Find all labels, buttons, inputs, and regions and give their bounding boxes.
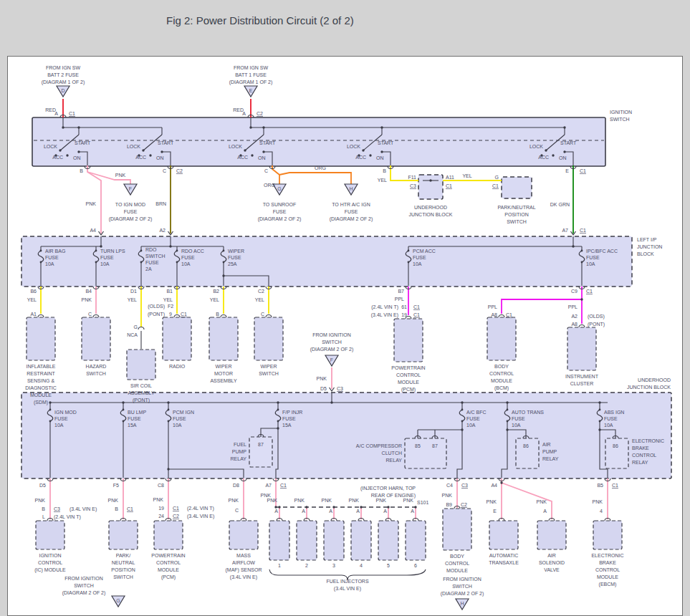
label: A [356,509,360,514]
label: FUSE [173,416,186,421]
label: PNK [267,498,278,503]
sir-coil-box [127,350,155,380]
junction-dot [149,154,151,156]
junction-dot [506,428,508,430]
bcm-box-upper [487,317,516,360]
label: SWITCH [507,219,527,224]
label: FUSE [466,416,480,421]
label: A [383,509,387,514]
label: 10A [512,423,521,428]
label: ASSEMBLY [128,390,155,395]
label: B [216,312,219,317]
label: B4 [85,289,92,294]
label: FROM IGNITION [312,332,351,337]
label: BATT 2 FUSE [47,72,79,77]
label: C1 [586,289,593,294]
junction-dot [49,401,51,403]
label: RDO [145,247,157,252]
fuel-injectors-label: FUEL INJECTORS [326,579,368,584]
label: C8 [158,483,164,488]
label: CONTROL [632,453,656,458]
wiper-motor-label: WIPER [216,364,232,369]
label: (2.4L VIN T) [54,514,81,520]
junction-dot [77,126,80,128]
label: ON [376,155,384,160]
label: PNK [229,498,239,503]
label: SWITCH [259,371,279,376]
label: YEL [210,297,219,302]
fuse-end [168,409,170,411]
label: A4 [90,228,96,233]
label: A [302,509,305,514]
label: FUSE [282,416,296,421]
junction-dot [122,401,124,403]
label: (PONT) [148,312,165,317]
label: F5 [113,483,119,488]
label: MODULE [597,574,618,579]
label: 15A [282,423,292,428]
label: 10A [181,261,191,266]
label: TO HTR A/C IGN [332,202,370,207]
junction-dot [563,150,565,153]
pns-lower-label: PARK/ [116,553,131,558]
underhood-junction-block [21,393,671,478]
label: (PONT) [588,322,605,327]
label: B [383,168,386,173]
label: 86 [523,443,529,448]
label: IGN MOD [54,410,77,415]
label: JUNCTION BLOCK [627,385,671,390]
fuse-end [49,420,52,423]
label: (2.4L VIN T) [371,304,398,310]
label: 10A [413,261,422,266]
label: BATT 1 FUSE [235,72,267,77]
label: 87 [432,443,438,448]
label: A [329,509,332,514]
label: PNK [82,297,92,302]
label: 10A [173,423,182,428]
label: C1 [612,483,618,488]
label: A [411,509,414,514]
label: 2A [145,266,152,271]
terminal-arc [138,327,144,330]
junction-dot [62,126,64,128]
label: START [560,140,577,145]
junction-dot [222,274,224,276]
label: BRAKE [632,446,649,451]
fuse-end [599,409,601,411]
label: E [493,509,497,514]
label: FUSE [586,255,600,260]
label: 87 [258,442,264,447]
fuse-end [123,409,125,411]
instrument-cluster-box [567,327,596,370]
junction-dot [66,154,68,156]
fuse-end [461,409,464,411]
label: 10A [45,261,54,266]
label: F11 [408,175,416,180]
pcm-box-lower [154,521,183,549]
sdm-label: INFLATABLE [27,364,56,369]
label: RESTRAINT [27,371,55,376]
label: TRANSAXLE [489,560,519,565]
ac-compressor-clutch-relay-box [405,438,446,468]
junction-dot [362,149,364,151]
label: (DIAGRAM 2 OF 2) [62,590,106,596]
label: SWITCH [322,340,342,345]
label: A/C BFC [466,410,487,415]
label: (BCM) [494,385,509,391]
fuse-end [168,420,170,423]
label: SWITCH [145,254,166,259]
junction-dot [360,506,362,508]
label: B5 [597,483,603,488]
connector-h-top-letter: H [349,186,353,191]
ebcm-box [593,521,622,549]
label: FUSE [181,255,195,260]
label: S101 [417,500,428,505]
fuse-end [461,420,464,423]
fuse-end [123,420,125,423]
label: FUSE [413,255,426,260]
label: C1 [173,506,179,511]
label: SWITCH [86,371,106,376]
label: B [42,506,45,511]
label: START [259,140,276,145]
label: RELAY [542,456,559,461]
